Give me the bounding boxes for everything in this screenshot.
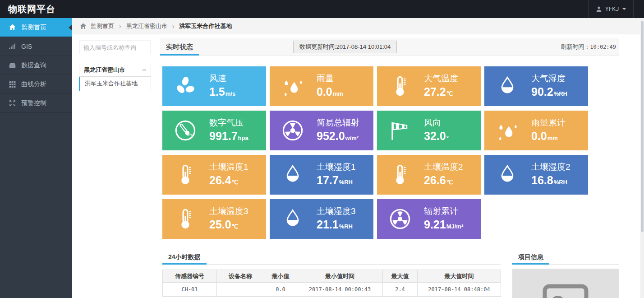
metric-unit: %RH: [554, 90, 567, 97]
breadcrumb-item[interactable]: 黑龙江省密山市: [126, 22, 167, 30]
metric-unit: w/m²: [345, 135, 359, 141]
metric-card: 雨量0.0mm: [270, 66, 373, 106]
metric-label: 大气湿度: [531, 73, 567, 84]
metric-card: 简易总辐射952.0w/m²: [270, 111, 373, 150]
metric-label: 土壤湿度3: [317, 205, 356, 217]
metric-unit: %RH: [339, 179, 353, 186]
metric-card: 辐射累计9.21MJ/m²: [377, 199, 481, 239]
metric-label: 辐射累计: [424, 205, 463, 217]
sidebar-item-alert-control[interactable]: 预警控制: [0, 94, 72, 113]
sidebar-item-label: 监测首页: [21, 23, 46, 32]
metric-value: 16.8%RH: [531, 174, 570, 188]
droplet-icon: [281, 163, 305, 187]
sidebar-item-label: 数据查询: [21, 61, 46, 70]
metric-value: 25.0℃: [209, 219, 248, 233]
windsock-icon: [388, 118, 412, 143]
sidebar-item-monitor-home[interactable]: 监测首页: [0, 18, 72, 37]
metric-label: 土壤湿度2: [531, 161, 570, 173]
daily-data-toolbar: 24小时数据: [162, 250, 501, 265]
tree-node-station[interactable]: 洪军玉米合作社基地: [79, 77, 151, 91]
content-area: 黑龙江省密山市 − 洪军玉米合作社基地 实时状态 数据更新时间:2017-08-…: [72, 35, 644, 298]
sensor-table: 传感器编号设备名称最小值最小值时间最大值最大值时间 CH-010.02017-0…: [162, 270, 501, 297]
tree-node-city-label: 黑龙江省密山市: [84, 63, 125, 76]
metric-value: 17.7%RH: [317, 174, 356, 188]
collapse-minus-icon[interactable]: −: [142, 63, 146, 76]
tab-project-info[interactable]: 项目信息: [512, 250, 549, 265]
radiation-icon: [281, 118, 305, 143]
metric-card: 土壤温度126.4℃: [162, 155, 266, 195]
metric-unit: ℃: [232, 223, 239, 230]
project-image-placeholder: [512, 269, 619, 298]
metric-label: 土壤温度3: [209, 205, 248, 217]
svg-text:hPa: hPa: [187, 133, 193, 136]
refresh-time: 刷新时间：10:02:49: [561, 38, 616, 56]
caret-down-icon: [622, 8, 626, 12]
table-column-header: 最小值: [264, 270, 297, 283]
metric-label: 土壤湿度1: [317, 161, 356, 173]
thermometer-icon: [388, 163, 412, 187]
user-menu[interactable]: YFKJ: [588, 0, 634, 18]
metric-value: 32.0°: [424, 130, 449, 144]
metric-card: 雨量累计0.0mm: [484, 111, 588, 150]
sidebar-item-data-query[interactable]: 数据查询: [0, 56, 72, 75]
metric-value: 9.21MJ/m²: [424, 219, 463, 233]
metric-unit: MJ/m²: [446, 223, 464, 230]
sidebar-item-label: 曲线分析: [21, 80, 46, 88]
table-cell: 2.4: [383, 283, 418, 297]
data-update-time-button[interactable]: 数据更新时间:2017-08-14 10:01:04: [293, 41, 397, 53]
metric-label: 数字气压: [209, 117, 248, 129]
metric-label: 风速: [209, 73, 235, 84]
search-input[interactable]: [79, 41, 151, 54]
metric-unit: °: [446, 135, 449, 141]
realtime-panel: 实时状态 数据更新时间:2017-08-14 10:01:04 刷新时间：10:…: [160, 38, 619, 239]
metric-unit: %RH: [554, 179, 567, 186]
fan-icon: [173, 74, 198, 98]
metric-card: 土壤湿度117.7%RH: [270, 155, 373, 195]
droplet-icon: [495, 74, 520, 98]
tree-node-city[interactable]: 黑龙江省密山市 −: [79, 63, 151, 77]
project-info-toolbar: 项目信息: [512, 250, 619, 265]
droplet-icon: [495, 163, 520, 187]
image-placeholder-icon: [541, 269, 590, 298]
metric-value: 26.4℃: [209, 174, 248, 188]
tab-24h-data[interactable]: 24小时数据: [162, 250, 207, 265]
table-cell: 0.0: [264, 283, 297, 297]
metric-label: 土壤温度2: [424, 161, 463, 173]
table-row: CH-010.02017-08-14 00:00:432.42017-08-14…: [163, 283, 501, 297]
vertical-scrollbar[interactable]: [640, 18, 644, 298]
sidebar-item-gis[interactable]: GIS: [0, 37, 72, 56]
pressure-icon: hPa: [173, 118, 198, 143]
table-cell: 2017-08-14 08:48:04: [418, 283, 501, 297]
inbox-icon: [9, 62, 16, 69]
table-cell: CH-01: [163, 283, 217, 297]
user-name: YFKJ: [605, 0, 619, 18]
breadcrumb-item[interactable]: 监测首页: [91, 22, 114, 30]
metric-unit: ℃: [232, 179, 239, 186]
scrollbar-thumb[interactable]: [641, 21, 644, 232]
metric-value: 991.7hpa: [209, 130, 248, 144]
sidebar-item-label: GIS: [21, 43, 32, 50]
metric-card: 风向32.0°: [377, 111, 481, 150]
metric-unit: ℃: [446, 90, 453, 97]
table-column-header: 最大值时间: [418, 270, 501, 283]
home-icon: [80, 23, 87, 29]
refresh-time-value: 10:02:49: [590, 44, 616, 50]
metric-label: 雨量累计: [531, 117, 566, 129]
metric-label: 风向: [424, 117, 449, 129]
raindrops-icon: [495, 118, 520, 143]
metric-value: 26.6℃: [424, 174, 463, 188]
metric-unit: mm: [547, 135, 558, 141]
sidebar: 监测首页GIS数据查询曲线分析预警控制: [0, 18, 72, 298]
breadcrumb-item: 洪军玉米合作社基地: [179, 22, 232, 30]
metric-card: 大气湿度90.2%RH: [484, 66, 588, 106]
metric-unit: %RH: [339, 223, 353, 230]
metric-value: 1.5m/s: [209, 86, 235, 100]
tab-realtime-status[interactable]: 实时状态: [160, 38, 199, 56]
metric-card: 土壤温度226.6℃: [377, 155, 481, 195]
sidebar-item-curve-analysis[interactable]: 曲线分析: [0, 75, 72, 94]
metric-label: 雨量: [317, 73, 343, 84]
realtime-toolbar: 实时状态 数据更新时间:2017-08-14 10:01:04 刷新时间：10:…: [160, 38, 619, 56]
table-column-header: 最大值: [383, 270, 418, 283]
metric-card: 土壤湿度216.8%RH: [484, 155, 588, 195]
radiation-icon: [388, 207, 412, 231]
